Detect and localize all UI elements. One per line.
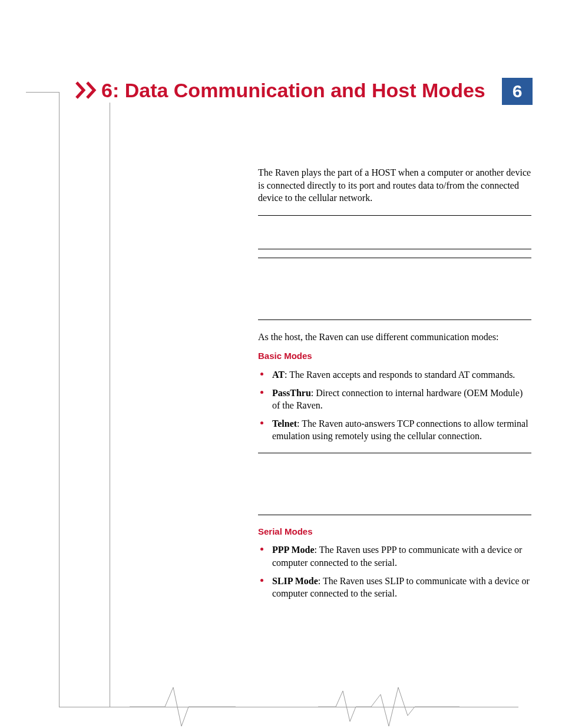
- margin-rule-outer: [59, 92, 59, 707]
- term: SLIP Mode: [272, 576, 318, 586]
- separator-group: [258, 215, 531, 320]
- list-item: Telnet: The Raven auto-answers TCP conne…: [258, 417, 531, 442]
- separator-line: [258, 319, 531, 320]
- term: Telnet: [272, 419, 297, 429]
- margin-rule-inner: [110, 103, 110, 707]
- separator-group: [258, 453, 531, 515]
- paragraph: As the host, the Raven can use different…: [258, 331, 531, 344]
- bullet-icon: [260, 391, 263, 394]
- list-item: PassThru: Direct connection to internal …: [258, 387, 531, 411]
- body-column: The Raven plays the part of a HOST when …: [258, 166, 531, 605]
- chevron-icon: [75, 81, 101, 99]
- basic-modes-list: AT: The Raven accepts and responds to st…: [258, 368, 531, 443]
- margin-rule-tick: [26, 92, 59, 93]
- chapter-number-badge: 6: [502, 78, 533, 105]
- list-item: AT: The Raven accepts and responds to st…: [258, 368, 531, 381]
- chapter-title: 6: Data Communication and Host Modes: [101, 78, 496, 103]
- bullet-icon: [260, 548, 263, 551]
- separator-line: [258, 515, 531, 515]
- bullet-icon: [260, 579, 263, 582]
- ecg-decoration-icon: [130, 683, 236, 728]
- bullet-icon: [260, 373, 263, 375]
- intro-paragraph: The Raven plays the part of a HOST when …: [258, 166, 531, 205]
- desc: : The Raven auto-answers TCP connections…: [272, 419, 528, 441]
- ecg-decoration-icon: [318, 683, 459, 728]
- list-item: PPP Mode: The Raven uses PPP to communic…: [258, 543, 531, 568]
- bullet-icon: [260, 421, 263, 424]
- desc: : The Raven accepts and responds to stan…: [285, 370, 515, 380]
- basic-modes-heading: Basic Modes: [258, 350, 531, 362]
- term: PPP Mode: [272, 545, 315, 555]
- term: AT: [272, 370, 285, 380]
- list-item: SLIP Mode: The Raven uses SLIP to commun…: [258, 575, 531, 599]
- serial-modes-list: PPP Mode: The Raven uses PPP to communic…: [258, 543, 531, 599]
- serial-modes-heading: Serial Modes: [258, 526, 531, 538]
- term: PassThru: [272, 388, 311, 398]
